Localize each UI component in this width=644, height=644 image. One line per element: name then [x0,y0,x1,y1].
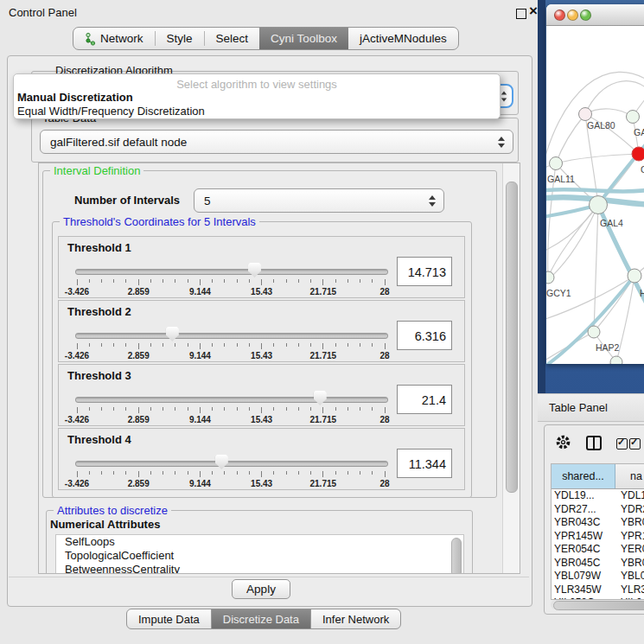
close-window-icon[interactable] [554,10,565,21]
table-row[interactable]: YBR045CYBR0 [552,557,644,571]
attributes-listbox[interactable]: SelfLoopsTopologicalCoefficientBetweenne… [55,534,464,574]
threshold-slider-thumb[interactable] [314,391,327,405]
number-of-intervals-spinner[interactable]: 5 [194,188,444,213]
network-node-gcy1[interactable] [546,271,554,284]
attribute-item-betweennesscentrality[interactable]: BetweennessCentrality [56,563,463,574]
tab-discretize-data[interactable]: Discretize Data [211,609,310,628]
threshold-slider-track[interactable] [75,397,388,403]
threshold-slider-track[interactable] [75,269,388,275]
tab-select[interactable]: Select [205,28,260,49]
table-cell-shared-name[interactable]: YIL052C [552,596,615,599]
slider-tick-label: 2.859 [128,415,150,424]
attribute-item-topologicalcoefficient[interactable]: TopologicalCoefficient [56,549,463,563]
network-node-h[interactable] [628,269,641,283]
tab-network[interactable]: Network [73,28,155,49]
table-panel-title: Table Panel [549,401,608,414]
network-edge-thick[interactable] [546,189,644,191]
network-window-titlebar[interactable] [546,4,644,26]
table-cell-shared-name[interactable]: YBR045C [552,557,615,571]
close-panel-icon[interactable]: × [529,3,538,20]
table-cell-shared-name[interactable]: YBL079W [552,570,615,583]
network-node-gal4[interactable] [590,196,608,214]
tab-jactivemnodules[interactable]: jActiveMNodules [348,28,458,49]
slider-tick-label: 9.144 [189,351,211,360]
table-cell-name[interactable]: YBR0 [615,557,644,571]
threshold-slider-track[interactable] [75,333,388,339]
table-row[interactable]: YBL079WYBL0 [552,570,644,583]
threshold-slider-thumb[interactable] [215,455,228,469]
minimize-window-icon[interactable] [567,10,578,21]
threshold-slider-thumb[interactable] [248,263,261,277]
table-cell-shared-name[interactable]: YPR145W [552,530,615,544]
table-row[interactable]: YDL19...YDL1 [552,489,644,503]
settings-vscrollbar-thumb[interactable] [506,182,518,493]
network-edge[interactable] [546,276,634,322]
attribute-item-selfloops[interactable]: SelfLoops [56,535,463,549]
apply-button[interactable]: Apply [232,579,290,599]
tab-impute-data[interactable]: Impute Data [127,609,211,628]
table-cell-name[interactable]: YER0 [615,543,644,557]
table-row[interactable]: YIL052CYIL0 [552,596,644,599]
network-node-hap2[interactable] [588,326,600,338]
settings-vscrollbar-track[interactable] [502,163,520,573]
table-cell-name[interactable]: YLR3 [615,583,644,597]
network-node-gal11[interactable] [550,157,563,170]
dropdown-option-equal-width-frequency-discretization[interactable]: Equal Width/Frequency Discretization [16,105,500,118]
slider-tick-label: 15.43 [251,415,272,424]
tab-infer-network[interactable]: Infer Network [310,609,400,628]
split-columns-icon[interactable] [586,436,602,450]
table-header-name[interactable]: na [615,464,644,488]
tab-cyni-toolbox[interactable]: Cyni Toolbox [259,28,348,49]
table-cell-name[interactable]: YBR0 [615,516,644,530]
table-cell-name[interactable]: YDL1 [615,489,644,503]
table-hscrollbar-track[interactable] [551,600,644,609]
network-edge[interactable] [556,114,585,163]
select-columns-icon[interactable] [629,437,641,453]
slider-ticks [77,279,385,287]
app-root: Control Panel × NetworkStyleSelectCyni T… [0,0,644,644]
network-edge[interactable] [594,205,598,332]
threshold-value-field[interactable]: 6.316 [397,321,452,350]
table-cell-name[interactable]: YBL0 [615,570,644,583]
tab-style[interactable]: Style [156,28,204,49]
table-row[interactable]: YER054CYER0 [552,543,644,557]
network-node-gal80[interactable] [579,108,592,121]
table-cell-name[interactable]: YPR1 [615,530,644,544]
table-cell-name[interactable]: YDR2 [615,503,644,517]
network-node-ga[interactable] [627,111,640,124]
threshold-label: Threshold 4 [67,433,131,446]
select-all-columns-icon[interactable] [616,437,628,453]
dropdown-option-manual-discretization[interactable]: Manual Discretization [16,91,500,105]
network-node-c[interactable] [632,147,644,161]
table-hscrollbar-thumb[interactable] [553,601,644,610]
table-row[interactable]: YPR145WYPR1 [552,530,644,544]
table-settings-gear-icon[interactable] [555,434,571,454]
network-node[interactable] [610,356,622,364]
table-header-shared[interactable]: shared... [552,464,615,488]
table-cell-name[interactable]: YIL0 [615,596,644,599]
table-cell-shared-name[interactable]: YDR27... [552,503,615,517]
float-window-icon[interactable] [516,9,526,19]
threshold-slider-track[interactable] [75,461,388,467]
table-row[interactable]: YLR345WYLR3 [552,583,644,597]
table-header-row: shared... na [552,464,644,489]
slider-tick-label: 15.43 [251,287,272,296]
threshold-value-field[interactable]: 14.713 [397,257,452,286]
tab-label: Discretize Data [223,613,299,626]
network-edge[interactable] [585,109,633,117]
table-cell-shared-name[interactable]: YER054C [552,543,615,557]
table-cell-shared-name[interactable]: YLR345W [552,583,615,597]
attributes-list-scrollbar[interactable] [451,538,462,574]
table-data-combobox[interactable]: galFiltered.sif default node [40,130,513,154]
table-row[interactable]: YBR043CYBR0 [552,516,644,530]
network-edge[interactable] [556,154,639,163]
threshold-slider-thumb[interactable] [166,327,179,341]
table-cell-shared-name[interactable]: YDL19... [552,489,615,503]
network-canvas[interactable]: GAL80GACGAL11GAL4GCY1HHAP2 [546,26,644,364]
threshold-value-field[interactable]: 21.4 [397,385,452,414]
zoom-window-icon[interactable] [580,10,591,21]
network-edge[interactable] [546,362,616,364]
threshold-value-field[interactable]: 11.344 [397,449,452,478]
table-cell-shared-name[interactable]: YBR043C [552,516,615,530]
table-row[interactable]: YDR27...YDR2 [552,503,644,517]
